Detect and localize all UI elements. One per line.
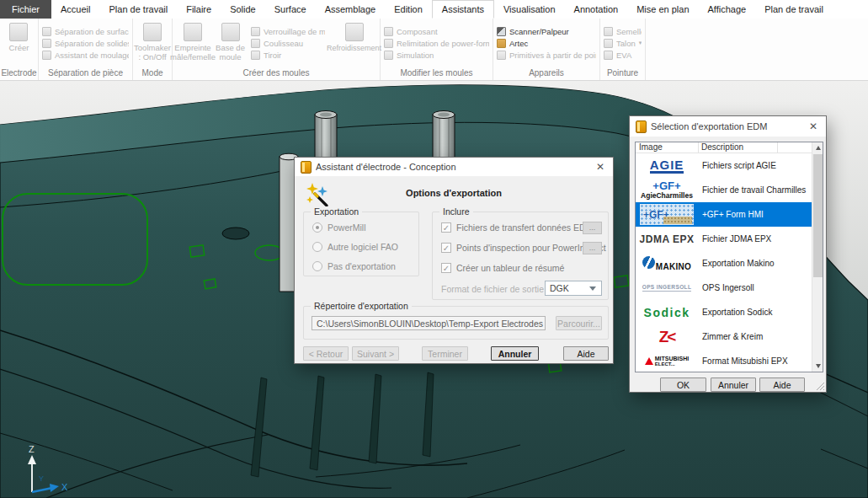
- list-item-agie[interactable]: AGIE Fichiers script AGIE: [636, 153, 812, 178]
- refroidissement-button[interactable]: Refroidissement: [328, 19, 380, 67]
- assistant-moulage-button[interactable]: Assistant de moulage: [42, 51, 129, 60]
- scroll-down-icon[interactable]: [812, 361, 823, 372]
- simulation-button[interactable]: Simulation: [384, 51, 489, 60]
- ribbon: Créer Electrode Séparation de surfaces▾ …: [0, 19, 868, 81]
- drawer-icon: [251, 51, 260, 60]
- resize-grip[interactable]: [816, 382, 824, 390]
- coulisseau-button[interactable]: Coulisseau: [251, 39, 325, 48]
- talon-button[interactable]: Talon▾: [604, 39, 642, 48]
- jdma-logo: JDMA EPX: [640, 233, 695, 245]
- scroll-up-icon[interactable]: [812, 142, 823, 153]
- annuler-button[interactable]: Annuler: [491, 346, 539, 361]
- eva-icon: [604, 51, 613, 60]
- tab-surface[interactable]: Surface: [265, 0, 316, 19]
- wizard-title-bar[interactable]: Assistant d'électrode - Conception ✕: [295, 158, 613, 176]
- tab-mise-en-plan[interactable]: Mise en plan: [627, 0, 698, 19]
- close-icon[interactable]: ✕: [801, 120, 826, 132]
- column-image[interactable]: Image: [639, 142, 663, 152]
- edm-more-button[interactable]: ...: [583, 222, 602, 234]
- ribbon-tab-bar: Fichier Accueil Plan de travail Filaire …: [0, 0, 868, 19]
- eva-button[interactable]: EVA: [604, 51, 642, 60]
- separation-solides-button[interactable]: Séparation de solides: [42, 39, 129, 48]
- radio-powermill[interactable]: PowerMill: [312, 222, 366, 233]
- close-icon[interactable]: ✕: [588, 161, 613, 173]
- checkbox-checked-icon: ✓: [441, 222, 451, 233]
- parcourir-button[interactable]: Parcourir...: [556, 316, 602, 330]
- axis-z-label: Z: [29, 444, 35, 454]
- edm-format-list: Image Description AGIE Fichiers script A…: [635, 142, 823, 372]
- list-item-agiecharmilles[interactable]: +GF+AgieCharmilles Fichier de travail Ch…: [636, 178, 812, 202]
- tab-annotation[interactable]: Annotation: [565, 0, 628, 19]
- scanner-palpeur-button[interactable]: Scanner/Palpeur: [497, 27, 596, 36]
- slide-icon: [251, 39, 260, 48]
- cooling-icon: [345, 23, 364, 41]
- edm-title-bar[interactable]: Sélection d'exportation EDM ✕: [630, 116, 826, 137]
- edm-aide-button[interactable]: Aide: [759, 378, 805, 392]
- radio-autre-logiciel-fao[interactable]: Autre logiciel FAO: [312, 242, 398, 252]
- base-de-moule-button[interactable]: Base de moule: [213, 19, 248, 67]
- artec-button[interactable]: Artec: [497, 39, 596, 48]
- tab-filaire[interactable]: Filaire: [177, 0, 221, 19]
- column-description[interactable]: Description: [701, 142, 743, 152]
- list-item-zimmer-kreim[interactable]: Z< Zimmer & Kreim: [636, 324, 812, 349]
- list-item-makino[interactable]: MAKINO Exportation Makino: [636, 251, 812, 276]
- ribbon-group-separation-de-piece: Séparation de surfaces▾ Séparation de so…: [39, 19, 133, 80]
- toolmaker-toggle-button[interactable]: Toolmaker : On/Off: [133, 19, 172, 67]
- tab-edition[interactable]: Edition: [385, 0, 432, 19]
- format-fichier-dropdown[interactable]: DGK: [545, 281, 602, 296]
- terminer-button[interactable]: Terminer: [422, 346, 468, 361]
- edm-list-header: Image Description: [636, 142, 823, 153]
- tab-accueil[interactable]: Accueil: [51, 0, 99, 19]
- aide-button[interactable]: Aide: [563, 346, 609, 361]
- primitives-points-button[interactable]: Primitives à partir de points: [497, 51, 596, 60]
- powerinspect-more-button[interactable]: ...: [583, 242, 602, 254]
- relimitation-button[interactable]: Relimitation de power-formes: [384, 39, 489, 48]
- composant-button[interactable]: Composant: [384, 27, 489, 36]
- list-item-gf-form-hmi-selected[interactable]: +GF+ +GF+ Form HMI: [636, 202, 812, 227]
- electrode-post: [315, 111, 337, 161]
- edm-ok-button[interactable]: OK: [660, 378, 706, 392]
- ribbon-group-appareils: Scanner/Palpeur Artec Primitives à parti…: [493, 19, 600, 80]
- list-item-sodick[interactable]: Sodick Exportation Sodick: [636, 300, 812, 324]
- mold-lock-icon: [251, 27, 260, 36]
- create-electrode-button[interactable]: Créer: [9, 19, 29, 67]
- separation-surfaces-button[interactable]: Séparation de surfaces▾: [42, 27, 129, 36]
- suivant-button[interactable]: Suivant >: [352, 346, 399, 361]
- wizard-heading: Options d'exportation: [295, 188, 613, 198]
- tab-affichage[interactable]: Affichage: [699, 0, 756, 19]
- empreinte-button[interactable]: Empreinte mâle/femelle: [173, 19, 213, 67]
- tiroir-button[interactable]: Tiroir: [251, 51, 325, 60]
- list-scrollbar[interactable]: [812, 142, 823, 372]
- check-tableur-resume[interactable]: ✓Créer un tableur de résumé: [441, 263, 564, 273]
- toolmaker-icon: [143, 23, 162, 41]
- check-fichiers-edm[interactable]: ✓Fichiers de transfert données EDM: [441, 222, 593, 233]
- semelle-button[interactable]: Semelle: [604, 27, 642, 36]
- export-directory-field[interactable]: C:\Users\SimonBLOUIN\Desktop\Temp-Export…: [312, 316, 546, 330]
- sodick-logo: Sodick: [644, 306, 690, 319]
- check-points-powerinspect[interactable]: ✓Points d'inspection pour PowerInspect: [441, 243, 606, 253]
- list-item-mitsubishi[interactable]: MITSUBISHIELECT... Format Mitsubishi EPX: [636, 349, 812, 372]
- solid-split-icon: [42, 39, 51, 48]
- application-window: Fichier Accueil Plan de travail Filaire …: [0, 0, 868, 498]
- verrouillage-moule-button[interactable]: Verrouillage de moule: [251, 27, 325, 36]
- retour-button[interactable]: < Retour: [303, 346, 349, 361]
- tab-fichier[interactable]: Fichier: [0, 0, 51, 19]
- edm-annuler-button[interactable]: Annuler: [711, 378, 756, 392]
- tab-assistants[interactable]: Assistants: [432, 0, 494, 19]
- edm-dialog: Sélection d'exportation EDM ✕ Image Desc…: [629, 115, 827, 393]
- artec-icon: [497, 39, 506, 48]
- tab-solide[interactable]: Solide: [221, 0, 265, 19]
- tab-visualisation[interactable]: Visualisation: [494, 0, 565, 19]
- scrollbar-thumb[interactable]: [813, 154, 823, 277]
- list-item-ops-ingersoll[interactable]: OPS INGERSOLL OPS Ingersoll: [636, 276, 812, 300]
- tab-plan-de-travail-2[interactable]: Plan de travail: [755, 0, 833, 19]
- tab-assemblage[interactable]: Assemblage: [316, 0, 386, 19]
- radio-pas-exportation[interactable]: Pas d'exportation: [312, 261, 396, 271]
- inclure-groupbox: Inclure ✓Fichiers de transfert données E…: [432, 212, 609, 300]
- mitsubishi-triangle-icon: [645, 357, 653, 365]
- list-item-jdma-epx[interactable]: JDMA EPX Fichier JDMA EPX: [636, 227, 812, 251]
- powershape-app-icon: [636, 120, 647, 133]
- tab-plan-de-travail[interactable]: Plan de travail: [99, 0, 177, 19]
- core-cavity-icon: [184, 23, 202, 41]
- ops-ingersoll-logo: OPS INGERSOLL: [642, 284, 692, 292]
